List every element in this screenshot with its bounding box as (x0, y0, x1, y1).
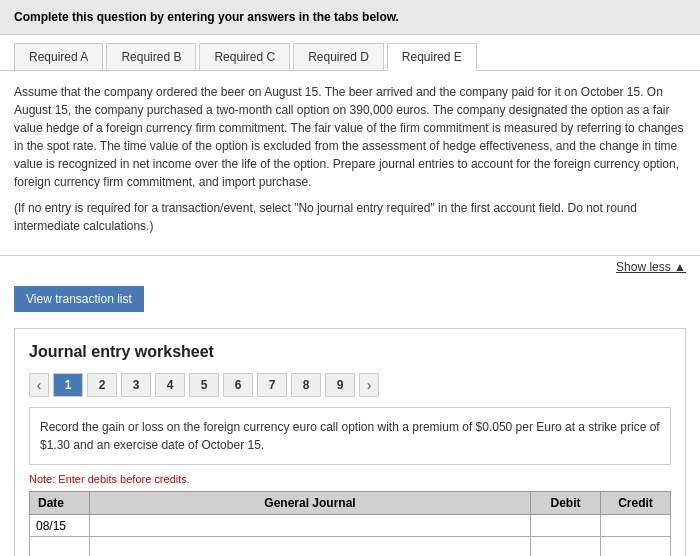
header-debit: Debit (531, 492, 601, 515)
description-text: Record the gain or loss on the foreign c… (40, 420, 660, 452)
credit-input-1[interactable] (607, 519, 664, 533)
journal-input-1[interactable] (96, 519, 524, 533)
journal-table: Date General Journal Debit Credit 08/15 (29, 491, 671, 556)
credit-cell-1[interactable] (601, 515, 671, 537)
header-general-journal: General Journal (90, 492, 531, 515)
page-num-6[interactable]: 6 (223, 373, 253, 397)
page-num-3[interactable]: 3 (121, 373, 151, 397)
prev-page-button[interactable]: ‹ (29, 373, 49, 397)
debit-credit-note: Note: Enter debits before credits. (29, 473, 671, 485)
page-num-1[interactable]: 1 (53, 373, 83, 397)
red-note-text: (If no entry is required for a transacti… (14, 199, 686, 235)
debit-input-2[interactable] (537, 541, 594, 555)
tab-required-d[interactable]: Required D (293, 43, 384, 70)
debit-cell-2[interactable] (531, 537, 601, 557)
show-less-label: Show less ▲ (616, 260, 686, 274)
tabs-container: Required A Required B Required C Require… (0, 35, 700, 71)
entry-description: Record the gain or loss on the foreign c… (29, 407, 671, 465)
page-num-4[interactable]: 4 (155, 373, 185, 397)
table-row: 08/15 (30, 515, 671, 537)
credit-input-2[interactable] (607, 541, 664, 555)
tab-required-e[interactable]: Required E (387, 43, 477, 71)
debit-cell-1[interactable] (531, 515, 601, 537)
page-num-7[interactable]: 7 (257, 373, 287, 397)
show-less-control[interactable]: Show less ▲ (0, 256, 700, 278)
page-num-9[interactable]: 9 (325, 373, 355, 397)
tab-required-c[interactable]: Required C (199, 43, 290, 70)
tab-required-b[interactable]: Required B (106, 43, 196, 70)
main-paragraph: Assume that the company ordered the beer… (14, 83, 686, 191)
date-cell-2 (30, 537, 90, 557)
top-instruction-bar: Complete this question by entering your … (0, 0, 700, 35)
view-transaction-button[interactable]: View transaction list (14, 286, 144, 312)
worksheet-title: Journal entry worksheet (29, 343, 671, 361)
tab-required-a[interactable]: Required A (14, 43, 103, 70)
journal-cell-2[interactable] (90, 537, 531, 557)
table-header-row: Date General Journal Debit Credit (30, 492, 671, 515)
page-navigation: ‹ 1 2 3 4 5 6 7 8 9 › (29, 373, 671, 397)
journal-worksheet: Journal entry worksheet ‹ 1 2 3 4 5 6 7 … (14, 328, 686, 556)
page-num-8[interactable]: 8 (291, 373, 321, 397)
instruction-text: Complete this question by entering your … (14, 10, 399, 24)
page-num-2[interactable]: 2 (87, 373, 117, 397)
table-row (30, 537, 671, 557)
content-area: Assume that the company ordered the beer… (0, 71, 700, 256)
header-date: Date (30, 492, 90, 515)
debit-input-1[interactable] (537, 519, 594, 533)
journal-input-2[interactable] (96, 541, 524, 555)
next-page-button[interactable]: › (359, 373, 379, 397)
journal-cell-1[interactable] (90, 515, 531, 537)
header-credit: Credit (601, 492, 671, 515)
page-num-5[interactable]: 5 (189, 373, 219, 397)
credit-cell-2[interactable] (601, 537, 671, 557)
date-cell-1: 08/15 (30, 515, 90, 537)
